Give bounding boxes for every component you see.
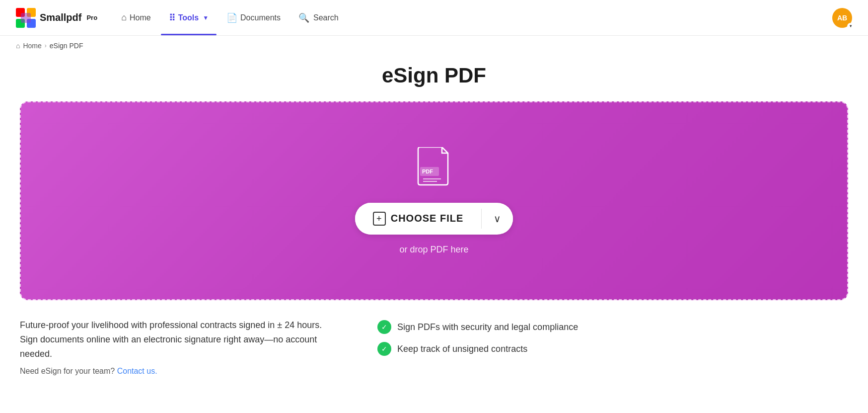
contact-line: Need eSign for your team? Contact us. (20, 367, 338, 376)
logo-icon (16, 8, 36, 28)
file-drop-zone[interactable]: PDF + CHOOSE FILE ∨ or drop PDF here (20, 101, 848, 300)
grid-icon: ⠿ (169, 12, 175, 23)
drop-hint-text: or drop PDF here (399, 245, 468, 255)
svg-text:PDF: PDF (422, 168, 433, 174)
choose-file-label: CHOOSE FILE (391, 213, 464, 224)
nav-home[interactable]: ⌂ Home (113, 8, 159, 27)
logo-area[interactable]: Smallpdf Pro (16, 8, 97, 28)
description-text: Future-proof your livelihood with profes… (20, 318, 338, 361)
choose-file-dropdown-button[interactable]: ∨ (482, 204, 513, 234)
feature-item-1: ✓ Sign PDFs with security and legal comp… (377, 320, 578, 334)
nav-search[interactable]: 🔍 Search (290, 8, 347, 27)
header: Smallpdf Pro ⌂ Home ⠿ Tools ▼ 📄 Document… (0, 0, 868, 36)
breadcrumb-home-link[interactable]: Home (23, 42, 41, 50)
svg-rect-4 (21, 13, 31, 23)
nav-home-label: Home (130, 13, 151, 22)
avatar-initials: AB (837, 14, 847, 22)
check-icon-1: ✓ (377, 320, 391, 334)
nav-documents[interactable]: 📄 Documents (218, 8, 289, 27)
chevron-down-icon: ▼ (203, 14, 209, 21)
nav-search-label: Search (313, 13, 339, 22)
file-add-icon: + (373, 212, 386, 226)
breadcrumb-home-icon: ⌂ (16, 42, 20, 50)
feature-label-2: Keep track of unsigned contracts (397, 344, 527, 354)
feature-item-2: ✓ Keep track of unsigned contracts (377, 342, 578, 356)
contact-link[interactable]: Contact us. (117, 367, 157, 375)
document-icon: 📄 (226, 12, 237, 23)
choose-file-container: + CHOOSE FILE ∨ (355, 203, 513, 235)
logo-brand-name: Smallpdf (40, 12, 81, 23)
breadcrumb: ⌂ Home › eSign PDF (0, 36, 868, 56)
choose-file-button[interactable]: + CHOOSE FILE (355, 203, 482, 235)
logo-pro-badge: Pro (86, 14, 97, 21)
breadcrumb-separator: › (45, 42, 47, 49)
pdf-icon-wrapper: PDF (416, 147, 452, 189)
nav-tools-label: Tools (178, 13, 199, 22)
nav-tools[interactable]: ⠿ Tools ▼ (161, 8, 217, 27)
nav-documents-label: Documents (240, 13, 281, 22)
check-icon-2: ✓ (377, 342, 391, 356)
pdf-file-icon: PDF (416, 147, 452, 187)
search-icon: 🔍 (298, 12, 309, 23)
description-left: Future-proof your livelihood with profes… (20, 318, 338, 376)
bottom-section: Future-proof your livelihood with profes… (20, 300, 848, 376)
features-list: ✓ Sign PDFs with security and legal comp… (377, 318, 578, 356)
contact-text: Need eSign for your team? (20, 367, 115, 375)
breadcrumb-current-page: eSign PDF (50, 42, 83, 50)
main-nav: ⌂ Home ⠿ Tools ▼ 📄 Documents 🔍 Search (113, 8, 828, 27)
chevron-down-icon: ∨ (494, 213, 501, 225)
feature-label-1: Sign PDFs with security and legal compli… (397, 322, 578, 332)
user-avatar[interactable]: AB ▾ (832, 8, 852, 28)
main-content: eSign PDF PDF + (0, 56, 868, 396)
home-icon: ⌂ (121, 12, 127, 23)
page-title: eSign PDF (20, 64, 848, 87)
avatar-dropdown-icon: ▾ (847, 23, 854, 30)
